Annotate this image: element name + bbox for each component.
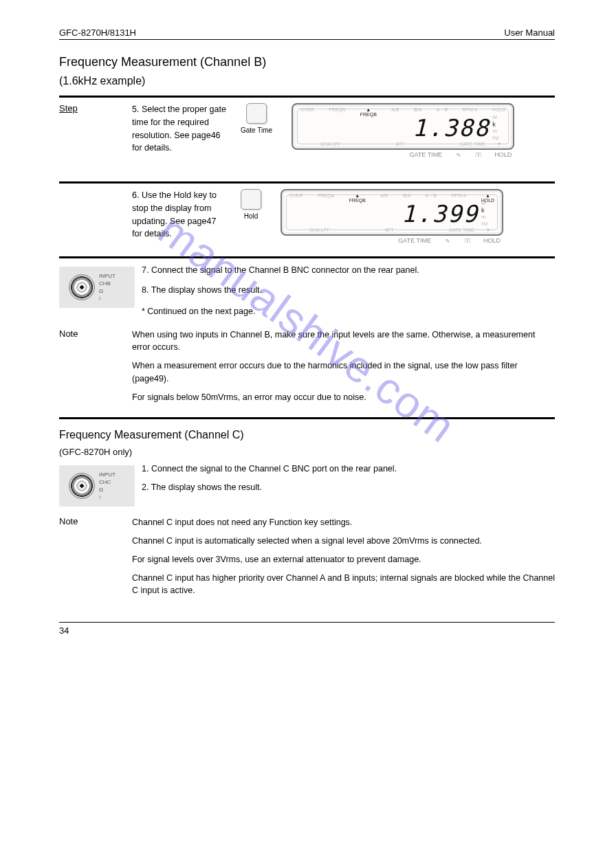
gate-time-key-label: Gate Time [241, 126, 272, 134]
lcd2-below-hold: HOLD [483, 237, 501, 244]
divider [59, 417, 555, 419]
omega-icon: Ω [99, 486, 116, 493]
header-right: User Manual [504, 27, 555, 38]
chc-section-title: Frequency Measurement (Channel C) [59, 429, 555, 441]
subsection-title: (1.6kHz example) [59, 75, 555, 87]
lcd1-bottom-indicators: CHA LPF ATT GATE TIME [293, 142, 513, 146]
sine-icon [456, 151, 461, 158]
note-item: For signals below 50mVrms, an error may … [132, 391, 555, 404]
gate-time-key[interactable] [246, 103, 267, 124]
step-8-text: 8. The display shows the result. [142, 284, 419, 297]
pulse-icon [475, 151, 481, 158]
header-left: GFC-8270H/8131H [59, 27, 136, 38]
step-6-text: 6. Use the Hold key to stop the display … [132, 189, 228, 241]
lcd1-below-hold: HOLD [494, 151, 512, 158]
lcd2-bottom-indicators: CHA LPF ATT GATE TIME [282, 227, 502, 232]
bnc-connector-icon [69, 473, 95, 499]
bnc-chc-illustration: INPUT CHC Ω ! [59, 465, 135, 507]
header-rule [59, 39, 555, 40]
lcd1-active-freqb: FREQB [360, 107, 377, 117]
page-header: GFC-8270H/8131H User Manual [59, 27, 555, 38]
note-label: Note [59, 329, 121, 339]
step-7-text: 7. Connect the signal to the Channel B B… [142, 264, 419, 277]
note-item: For signal levels over 3Vrms, use an ext… [132, 553, 555, 566]
lcd2-active-freqb: FREQB [349, 193, 366, 203]
chc-step-1: 1. Connect the signal to the Channel C B… [142, 463, 397, 476]
page-footer: 34 [59, 622, 555, 636]
step-6-row: 6. Use the Hold key to stop the display … [59, 189, 555, 244]
step-label: Step [59, 103, 121, 113]
bnc-input-label: INPUT [99, 272, 116, 280]
chc-input-label: INPUT [99, 471, 116, 478]
note-item: When a measurement error occurs due to t… [132, 359, 555, 386]
lcd1-digits: 1.388 [413, 114, 490, 142]
note-item: Channel C input does not need any Functi… [132, 516, 555, 529]
divider [59, 256, 555, 258]
note-item: Channel C input has higher priority over… [132, 572, 555, 598]
continued-note: * Continued on the next page. [142, 307, 419, 316]
lcd2-below-gate: GATE TIME [398, 237, 431, 244]
sine-icon [445, 237, 450, 244]
page: manualshive.com GFC-8270H/8131H User Man… [0, 0, 614, 656]
divider [59, 181, 555, 183]
pulse-icon [464, 237, 470, 244]
note-item: Channel C input is automatically selecte… [132, 535, 555, 548]
note-label: Note [59, 516, 121, 526]
warning-icon: ! [99, 295, 116, 302]
lcd-display-2: OVER FREQA FREQB A/B B/A A→B RPM A HOLD … [281, 189, 503, 244]
chc-subtitle: (GFC-8270H only) [59, 447, 555, 457]
bnc-channel-label: CHB [99, 280, 116, 287]
step-5-row: Step 5. Select the proper gate time for … [59, 103, 555, 158]
bnc-chb-illustration: INPUT CHB Ω ! [59, 267, 135, 308]
warning-icon: ! [99, 493, 116, 501]
section-title: Frequency Measurement (Channel B) [59, 55, 555, 69]
lcd-display-1: OVER FREQA FREQB A/B B/A A→B RPM A HOLD … [292, 103, 514, 158]
note-block-2: Note Channel C input does not need any F… [59, 516, 555, 597]
step-7-row: INPUT CHB Ω ! 7. Connect the signal to t… [59, 264, 555, 316]
hold-key-label: Hold [244, 212, 259, 220]
lcd1-below-gate: GATE TIME [409, 151, 442, 158]
omega-icon: Ω [99, 287, 116, 295]
step-5-text: 5. Select the proper gate time for the r… [132, 103, 228, 155]
note-block-1: Note When using two inputs in Channel B,… [59, 329, 555, 404]
divider [59, 96, 555, 98]
hold-key[interactable] [241, 189, 261, 210]
bnc-connector-icon [69, 274, 95, 300]
note-item: When using two inputs in Channel B, make… [132, 329, 555, 355]
page-number: 34 [59, 625, 69, 636]
lcd2-digits: 1.399 [402, 200, 479, 227]
chc-step-2: 2. The display shows the result. [142, 481, 397, 494]
chc-channel-label: CHC [99, 478, 116, 486]
chc-step-row: INPUT CHC Ω ! 1. Connect the signal to t… [59, 463, 555, 507]
